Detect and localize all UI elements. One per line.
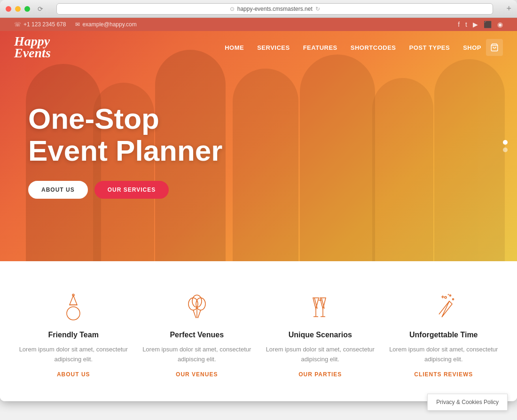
browser-window: ⟳ ⊙ happy-events.cmsmasters.net ↻ + ☏ +1…: [0, 0, 517, 401]
unforgettable-time-icon: [427, 289, 460, 322]
email-icon: ✉: [75, 21, 80, 28]
email-info: ✉ example@happy.com: [75, 21, 136, 28]
feature-link-unique-scenarios[interactable]: OUR PARTIES: [298, 371, 342, 378]
feature-title-friendly-team: Friendly Team: [48, 331, 99, 339]
nav-services[interactable]: SERVICES: [257, 44, 290, 51]
feature-link-perfect-venues[interactable]: OUR VENUES: [176, 371, 218, 378]
feature-title-unique-scenarios: Unique Scenarios: [289, 331, 352, 339]
close-button[interactable]: [6, 6, 11, 12]
website: ☏ +1 123 2345 678 ✉ example@happy.com f …: [0, 18, 517, 401]
feature-unforgettable-time: Unforgettable Time Lorem ipsum dolor sit…: [389, 289, 499, 378]
svg-point-1: [67, 307, 80, 320]
topbar-left: ☏ +1 123 2345 678 ✉ example@happy.com: [14, 21, 137, 28]
feature-desc-perfect-venues: Lorem ipsum dolor sit amet, consectetur …: [142, 345, 252, 365]
reload-icon[interactable]: ↻: [315, 6, 320, 12]
feature-desc-friendly-team: Lorem ipsum dolor sit amet, consectetur …: [19, 345, 128, 365]
feature-link-unforgettable-time[interactable]: CLIENTS REVIEWS: [414, 371, 473, 378]
svg-marker-2: [70, 296, 77, 305]
slider-dot-1[interactable]: [503, 140, 508, 145]
instagram-icon[interactable]: ⬛: [484, 21, 492, 28]
friendly-team-icon: [57, 289, 90, 322]
feature-desc-unforgettable-time: Lorem ipsum dolor sit amet, consectetur …: [389, 345, 499, 365]
feature-unique-scenarios: Unique Scenarios Lorem ipsum dolor sit a…: [266, 289, 375, 378]
new-tab-button[interactable]: +: [506, 4, 511, 14]
nav-post-types[interactable]: POST TYPES: [409, 44, 450, 51]
lock-icon: ⊙: [230, 6, 235, 12]
hero-title-line2: Event Planner: [28, 134, 222, 167]
minimize-button[interactable]: [15, 6, 21, 12]
privacy-bar[interactable]: Privacy & Cookies Policy: [427, 394, 508, 411]
privacy-label: Privacy & Cookies Policy: [436, 399, 499, 405]
our-services-button[interactable]: OUR SERVICES: [94, 181, 169, 199]
about-us-button[interactable]: ABOUT US: [28, 181, 88, 199]
phone-number: +1 123 2345 678: [24, 21, 66, 28]
topbar: ☏ +1 123 2345 678 ✉ example@happy.com f …: [0, 18, 517, 31]
dribbble-icon[interactable]: ◉: [497, 21, 503, 28]
nav-shortcodes[interactable]: SHORTCODES: [351, 44, 396, 51]
feature-title-perfect-venues: Perfect Venues: [170, 331, 224, 339]
nav-home[interactable]: HOME: [225, 44, 244, 51]
perfect-venues-icon: [180, 289, 213, 322]
refresh-icon[interactable]: ⟳: [38, 5, 43, 13]
social-icons: f t ▶ ⬛ ◉: [458, 21, 503, 28]
feature-link-friendly-team[interactable]: ABOUT US: [57, 371, 90, 378]
hero-buttons: ABOUT US OUR SERVICES: [28, 181, 222, 199]
cart-button[interactable]: [486, 39, 503, 56]
svg-point-12: [445, 296, 446, 298]
youtube-icon[interactable]: ▶: [473, 21, 478, 28]
logo-line2: Events: [14, 46, 225, 61]
url-text: happy-events.cmsmasters.net: [237, 6, 313, 12]
features-section: Friendly Team Lorem ipsum dolor sit amet…: [0, 261, 517, 401]
browser-titlebar: ⟳ ⊙ happy-events.cmsmasters.net ↻ +: [0, 0, 517, 18]
slider-dots: [503, 140, 508, 152]
feature-perfect-venues: Perfect Venues Lorem ipsum dolor sit ame…: [142, 289, 252, 378]
feature-friendly-team: Friendly Team Lorem ipsum dolor sit amet…: [19, 289, 128, 378]
logo[interactable]: Happy Events: [14, 34, 225, 61]
twitter-icon[interactable]: t: [465, 21, 467, 28]
nav-shop[interactable]: SHOP: [463, 44, 481, 51]
svg-point-13: [449, 295, 451, 296]
hero-content: One-Stop Event Planner ABOUT US OUR SERV…: [28, 103, 222, 199]
maximize-button[interactable]: [24, 6, 30, 12]
feature-title-unforgettable-time: Unforgettable Time: [409, 331, 478, 339]
svg-point-7: [192, 295, 202, 307]
svg-point-6: [196, 298, 205, 310]
phone-icon: ☏: [14, 21, 21, 28]
email-address: example@happy.com: [82, 21, 136, 28]
main-nav: HOME SERVICES FEATURES SHORTCODES POST T…: [225, 44, 481, 51]
hero-section: Happy Events HOME SERVICES FEATURES SHOR…: [0, 31, 517, 261]
svg-point-5: [188, 298, 198, 310]
nav-features[interactable]: FEATURES: [303, 44, 337, 51]
address-bar[interactable]: ⊙ happy-events.cmsmasters.net ↻: [56, 3, 493, 15]
svg-point-14: [452, 298, 454, 300]
svg-line-8: [193, 310, 196, 318]
phone-info: ☏ +1 123 2345 678: [14, 21, 66, 28]
facebook-icon[interactable]: f: [458, 21, 460, 28]
feature-desc-unique-scenarios: Lorem ipsum dolor sit amet, consectetur …: [266, 345, 375, 365]
unique-scenarios-icon: [304, 289, 337, 322]
slider-dot-2[interactable]: [503, 148, 508, 152]
website-content: ☏ +1 123 2345 678 ✉ example@happy.com f …: [0, 18, 517, 401]
hero-title: One-Stop Event Planner: [28, 103, 222, 167]
svg-point-15: [448, 294, 449, 295]
hero-title-line1: One-Stop: [28, 102, 159, 135]
svg-line-9: [198, 310, 201, 318]
header: Happy Events HOME SERVICES FEATURES SHOR…: [0, 31, 517, 64]
